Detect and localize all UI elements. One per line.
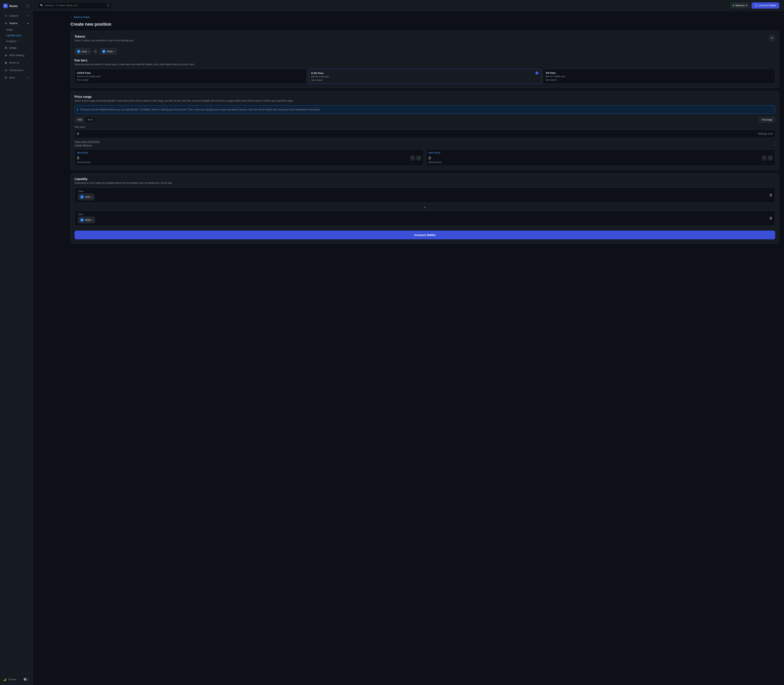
plus-icon: +	[424, 206, 426, 209]
token2-selector[interactable]: R RON ▾	[100, 48, 117, 55]
token1-symbol: AXS	[82, 50, 87, 53]
ronin-id-icon: ◉	[4, 61, 7, 64]
axs-icon: A	[80, 195, 84, 199]
liquidity-title: Liquidity	[75, 177, 775, 181]
ron-staking-icon: ◈	[4, 54, 7, 57]
fee-tier-03-status: Not created	[311, 79, 538, 81]
sidebar-item-ron-staking[interactable]: ◈ RON Staking	[1, 52, 31, 59]
max-price-increase-button[interactable]: +	[768, 156, 773, 160]
sidebar-item-explorer[interactable]: ⊙ Explorer ▾	[1, 12, 31, 19]
token-ratio-value: --	[774, 141, 775, 143]
tokens-card-info: Tokens Select 2 tokens you would like to…	[75, 35, 134, 45]
fee-tiers-title: Fee tiers	[75, 59, 775, 62]
app-logo-icon: R	[3, 3, 8, 8]
fee-tiers-section: Fee tiers Some fee tiers are better for …	[75, 59, 775, 84]
search-icon: 🔍	[40, 4, 43, 7]
sidebar-collapse-button[interactable]: ‹	[26, 4, 29, 8]
sidebar-item-label: Ronin ID	[10, 61, 19, 64]
liquidity-token2-input: Token R RON ▾ 0	[75, 211, 775, 226]
fee-tier-03[interactable]: 0.3% Fees ✓ Best for most pairs Not crea…	[309, 69, 541, 84]
fee-tier-03-desc: Best for most pairs	[311, 75, 538, 78]
token-ratio-label: Token Ratio (AXS:RON)	[75, 141, 100, 143]
start-price-input[interactable]	[77, 132, 758, 136]
price-range-card: Price range Select a price range to prov…	[70, 91, 779, 170]
sidebar-item-katana[interactable]: ⚔ Katana ▴	[1, 19, 31, 27]
chevron-up-icon: ▴	[28, 22, 28, 24]
info-icon: ℹ	[77, 108, 78, 111]
theme-label: Theme	[8, 678, 16, 681]
sidebar-item-ronin-id[interactable]: ◉ Ronin ID ↗	[1, 59, 31, 66]
fee-tiers-subtitle: Some fee tiers are better for certain pa…	[75, 63, 775, 66]
theme-switch[interactable]	[23, 678, 29, 681]
back-link-label: Back to Pools	[74, 16, 90, 19]
search-bar[interactable]: 🔍 /	[37, 2, 112, 9]
fee-tier-1-header: 1% Fees	[546, 71, 773, 75]
bridge-icon: ⌘	[4, 46, 7, 49]
token1-toggle-button[interactable]: AXS	[75, 117, 85, 122]
min-price-label: MIN PRICE	[77, 152, 421, 154]
chevron-down-icon: ▾	[746, 4, 747, 7]
sidebar-item-bridge[interactable]: ⌘ Bridge	[1, 44, 31, 51]
settings-button[interactable]: ⚙	[769, 35, 775, 41]
token2-toggle-button[interactable]: RON	[85, 117, 96, 122]
tokens-card: Tokens Select 2 tokens you would like to…	[70, 31, 779, 88]
sidebar-item-liquidity-pool[interactable]: Liquidity pool	[6, 32, 33, 38]
liquidity-token1-amount: 0	[770, 193, 772, 198]
theme-toggle[interactable]: 🌙 Theme	[1, 676, 31, 683]
plus-divider: +	[75, 205, 775, 211]
tokens-title: Tokens	[75, 35, 134, 38]
start-price-input-row: RON per AXS	[75, 130, 775, 138]
max-price-decrease-button[interactable]: −	[762, 156, 766, 160]
fee-tier-1-label: 1% Fees	[546, 71, 556, 75]
chevron-down-icon: ▾	[91, 196, 92, 198]
main-content: ← Back to Pools Create new position Toke…	[66, 11, 784, 685]
app-name: Ronin	[10, 4, 18, 8]
fee-tier-001-label: 0.01% Fees	[77, 71, 91, 75]
sidebar-item-label: Explorer	[10, 14, 19, 17]
connect-wallet-header-button[interactable]: Connect Wallet	[752, 2, 779, 9]
chevron-down-icon: ▾	[92, 219, 93, 221]
network-selector[interactable]: Mainnet ▾	[730, 3, 750, 8]
liquidity-subtitle: Depending on your range the supplied tok…	[75, 182, 775, 184]
token-pair-row: A AXS ▾ ⇄ R RON ▾	[75, 48, 775, 55]
max-price-card: MAX PRICE 0 − + RON per AXS	[426, 149, 775, 166]
governance-icon: ⚖	[4, 68, 7, 71]
min-price-decrease-button[interactable]: −	[410, 156, 415, 160]
fee-tier-03-label: 0.3% Fees	[311, 71, 324, 75]
fee-tier-001[interactable]: 0.01% Fees Best for very stable pairs No…	[75, 69, 307, 84]
external-link-icon: ↗	[27, 62, 28, 64]
sidebar-item-label: Governance	[10, 69, 23, 71]
connect-wallet-label: Connect Wallet	[759, 4, 776, 7]
gear-icon: ⚙	[771, 36, 773, 39]
fee-tier-03-header: 0.3% Fees ✓	[311, 71, 538, 75]
sidebar-item-swap[interactable]: Swap	[6, 27, 33, 32]
liquidity-token2-selector[interactable]: R RON ▾	[78, 217, 95, 223]
search-input[interactable]	[45, 4, 105, 7]
min-price-value: 0	[77, 156, 409, 160]
sidebar-item-governance[interactable]: ⚖ Governance	[1, 67, 31, 74]
sidebar-item-analytics[interactable]: Analytics ↗	[6, 38, 33, 44]
capital-efficiency-label: Capital efficiency	[75, 144, 92, 147]
swap-tokens-button[interactable]: ⇄	[93, 49, 98, 54]
min-price-increase-button[interactable]: +	[416, 156, 421, 160]
start-price-unit: RON per AXS	[758, 133, 773, 135]
sidebar-item-label: RON Staking	[10, 54, 24, 57]
moon-icon: 🌙	[3, 678, 6, 681]
swap-icon: ⇄	[94, 50, 96, 53]
full-range-button[interactable]: Full range	[759, 117, 775, 123]
price-range-controls: AXS RON Full range	[75, 117, 775, 123]
price-range-inputs: MIN PRICE 0 − + RON per AXS MAX PRICE 0 …	[75, 149, 775, 166]
connect-wallet-main-button[interactable]: Connect Wallet	[75, 230, 775, 239]
network-name: Mainnet	[735, 4, 745, 7]
token1-selector[interactable]: A AXS ▾	[75, 48, 91, 55]
fee-tier-1[interactable]: 1% Fees Best for volatile pairs Not crea…	[543, 69, 775, 84]
chevron-down-icon: ▾	[28, 76, 28, 79]
back-to-pools-link[interactable]: ← Back to Pools	[70, 16, 779, 19]
tokens-card-header: Tokens Select 2 tokens you would like to…	[75, 35, 775, 45]
start-price-label: Start price	[75, 126, 775, 128]
liquidity-token1-selector[interactable]: A AXS ▾	[78, 193, 94, 200]
ron-token-icon: R	[102, 50, 106, 54]
fee-tier-001-header: 0.01% Fees	[77, 71, 304, 75]
sidebar-item-more[interactable]: ⊞ More ▾	[1, 74, 31, 81]
max-price-label: MAX PRICE	[429, 152, 773, 154]
